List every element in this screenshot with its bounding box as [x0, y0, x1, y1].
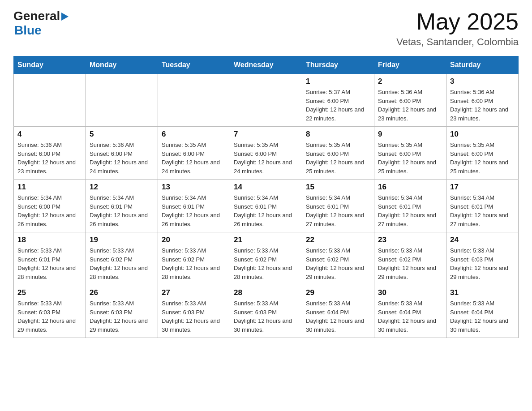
day-number: 6: [162, 130, 226, 139]
calendar-header-row: SundayMondayTuesdayWednesdayThursdayFrid…: [14, 56, 519, 74]
day-number: 24: [450, 235, 515, 244]
day-number: 14: [234, 183, 298, 192]
month-year-title: May 2025: [396, 9, 519, 34]
day-info: Sunrise: 5:36 AM Sunset: 6:00 PM Dayligh…: [450, 88, 515, 123]
day-number: 10: [450, 130, 515, 139]
day-number: 30: [378, 288, 442, 297]
calendar-cell: 25Sunrise: 5:33 AM Sunset: 6:03 PM Dayli…: [14, 285, 86, 338]
calendar-cell: 31Sunrise: 5:33 AM Sunset: 6:04 PM Dayli…: [446, 285, 519, 338]
day-number: 16: [378, 183, 442, 192]
day-info: Sunrise: 5:35 AM Sunset: 6:00 PM Dayligh…: [162, 141, 226, 176]
day-info: Sunrise: 5:33 AM Sunset: 6:02 PM Dayligh…: [306, 246, 370, 281]
title-block: May 2025 Vetas, Santander, Colombia: [396, 9, 519, 48]
calendar-cell: 6Sunrise: 5:35 AM Sunset: 6:00 PM Daylig…: [158, 127, 230, 180]
day-info: Sunrise: 5:33 AM Sunset: 6:03 PM Dayligh…: [234, 299, 298, 334]
calendar-week-3: 11Sunrise: 5:34 AM Sunset: 6:00 PM Dayli…: [14, 180, 519, 232]
calendar-week-2: 4Sunrise: 5:36 AM Sunset: 6:00 PM Daylig…: [14, 127, 519, 180]
day-number: 20: [162, 235, 226, 244]
day-info: Sunrise: 5:36 AM Sunset: 6:00 PM Dayligh…: [378, 88, 442, 123]
calendar-cell: 23Sunrise: 5:33 AM Sunset: 6:02 PM Dayli…: [374, 232, 446, 285]
day-info: Sunrise: 5:35 AM Sunset: 6:00 PM Dayligh…: [306, 141, 370, 176]
day-info: Sunrise: 5:34 AM Sunset: 6:00 PM Dayligh…: [17, 193, 82, 228]
calendar-cell: 14Sunrise: 5:34 AM Sunset: 6:01 PM Dayli…: [230, 180, 302, 232]
calendar-cell: 13Sunrise: 5:34 AM Sunset: 6:01 PM Dayli…: [158, 180, 230, 232]
day-number: 9: [378, 130, 442, 139]
day-number: 3: [450, 77, 515, 86]
calendar-cell: 11Sunrise: 5:34 AM Sunset: 6:00 PM Dayli…: [14, 180, 86, 232]
day-number: 21: [234, 235, 298, 244]
calendar-cell: [158, 74, 230, 127]
day-number: 8: [306, 130, 370, 139]
calendar-cell: 21Sunrise: 5:33 AM Sunset: 6:02 PM Dayli…: [230, 232, 302, 285]
day-number: 4: [17, 130, 82, 139]
day-number: 26: [90, 288, 154, 297]
calendar-cell: 17Sunrise: 5:34 AM Sunset: 6:01 PM Dayli…: [446, 180, 519, 232]
day-info: Sunrise: 5:33 AM Sunset: 6:02 PM Dayligh…: [90, 246, 154, 281]
day-number: 2: [378, 77, 442, 86]
day-number: 31: [450, 288, 515, 297]
day-number: 18: [17, 235, 82, 244]
day-info: Sunrise: 5:34 AM Sunset: 6:01 PM Dayligh…: [90, 193, 154, 228]
logo-triangle-icon: [61, 13, 69, 21]
calendar-week-5: 25Sunrise: 5:33 AM Sunset: 6:03 PM Dayli…: [14, 285, 519, 338]
calendar-cell: 24Sunrise: 5:33 AM Sunset: 6:03 PM Dayli…: [446, 232, 519, 285]
location-subtitle: Vetas, Santander, Colombia: [396, 36, 519, 48]
day-info: Sunrise: 5:33 AM Sunset: 6:03 PM Dayligh…: [90, 299, 154, 334]
day-info: Sunrise: 5:33 AM Sunset: 6:04 PM Dayligh…: [378, 299, 442, 334]
day-info: Sunrise: 5:34 AM Sunset: 6:01 PM Dayligh…: [234, 193, 298, 228]
header-tuesday: Tuesday: [158, 56, 230, 74]
calendar-cell: 1Sunrise: 5:37 AM Sunset: 6:00 PM Daylig…: [302, 74, 374, 127]
logo-general-text: General: [13, 9, 60, 23]
day-info: Sunrise: 5:34 AM Sunset: 6:01 PM Dayligh…: [378, 193, 442, 228]
day-number: 1: [306, 77, 370, 86]
header-wednesday: Wednesday: [230, 56, 302, 74]
day-info: Sunrise: 5:34 AM Sunset: 6:01 PM Dayligh…: [162, 193, 226, 228]
day-info: Sunrise: 5:33 AM Sunset: 6:02 PM Dayligh…: [378, 246, 442, 281]
day-number: 27: [162, 288, 226, 297]
day-number: 25: [17, 288, 82, 297]
calendar-cell: 22Sunrise: 5:33 AM Sunset: 6:02 PM Dayli…: [302, 232, 374, 285]
calendar-cell: 18Sunrise: 5:33 AM Sunset: 6:01 PM Dayli…: [14, 232, 86, 285]
day-info: Sunrise: 5:33 AM Sunset: 6:01 PM Dayligh…: [17, 246, 82, 281]
page-header: General Blue May 2025 Vetas, Santander, …: [13, 9, 519, 48]
calendar-cell: [14, 74, 86, 127]
day-number: 19: [90, 235, 154, 244]
day-number: 5: [90, 130, 154, 139]
calendar-cell: 30Sunrise: 5:33 AM Sunset: 6:04 PM Dayli…: [374, 285, 446, 338]
calendar-cell: 10Sunrise: 5:35 AM Sunset: 6:00 PM Dayli…: [446, 127, 519, 180]
calendar-cell: 26Sunrise: 5:33 AM Sunset: 6:03 PM Dayli…: [86, 285, 158, 338]
calendar-week-1: 1Sunrise: 5:37 AM Sunset: 6:00 PM Daylig…: [14, 74, 519, 127]
calendar-cell: 5Sunrise: 5:36 AM Sunset: 6:00 PM Daylig…: [86, 127, 158, 180]
day-info: Sunrise: 5:35 AM Sunset: 6:00 PM Dayligh…: [450, 141, 515, 176]
day-info: Sunrise: 5:33 AM Sunset: 6:02 PM Dayligh…: [162, 246, 226, 281]
calendar-cell: 8Sunrise: 5:35 AM Sunset: 6:00 PM Daylig…: [302, 127, 374, 180]
day-info: Sunrise: 5:33 AM Sunset: 6:04 PM Dayligh…: [306, 299, 370, 334]
day-info: Sunrise: 5:36 AM Sunset: 6:00 PM Dayligh…: [90, 141, 154, 176]
calendar-cell: 20Sunrise: 5:33 AM Sunset: 6:02 PM Dayli…: [158, 232, 230, 285]
calendar-cell: [86, 74, 158, 127]
logo-blue-text: Blue: [13, 23, 42, 38]
calendar-cell: 16Sunrise: 5:34 AM Sunset: 6:01 PM Dayli…: [374, 180, 446, 232]
day-number: 15: [306, 183, 370, 192]
day-info: Sunrise: 5:34 AM Sunset: 6:01 PM Dayligh…: [306, 193, 370, 228]
day-info: Sunrise: 5:33 AM Sunset: 6:03 PM Dayligh…: [450, 246, 515, 281]
day-info: Sunrise: 5:35 AM Sunset: 6:00 PM Dayligh…: [234, 141, 298, 176]
logo: General Blue: [13, 9, 69, 38]
day-info: Sunrise: 5:33 AM Sunset: 6:02 PM Dayligh…: [234, 246, 298, 281]
header-friday: Friday: [374, 56, 446, 74]
calendar-cell: 28Sunrise: 5:33 AM Sunset: 6:03 PM Dayli…: [230, 285, 302, 338]
day-number: 29: [306, 288, 370, 297]
day-number: 28: [234, 288, 298, 297]
header-saturday: Saturday: [446, 56, 519, 74]
day-number: 7: [234, 130, 298, 139]
calendar-cell: 2Sunrise: 5:36 AM Sunset: 6:00 PM Daylig…: [374, 74, 446, 127]
calendar-cell: 15Sunrise: 5:34 AM Sunset: 6:01 PM Dayli…: [302, 180, 374, 232]
calendar-cell: 4Sunrise: 5:36 AM Sunset: 6:00 PM Daylig…: [14, 127, 86, 180]
day-number: 13: [162, 183, 226, 192]
day-info: Sunrise: 5:33 AM Sunset: 6:03 PM Dayligh…: [162, 299, 226, 334]
day-info: Sunrise: 5:37 AM Sunset: 6:00 PM Dayligh…: [306, 88, 370, 123]
header-monday: Monday: [86, 56, 158, 74]
calendar-cell: 12Sunrise: 5:34 AM Sunset: 6:01 PM Dayli…: [86, 180, 158, 232]
calendar-table: SundayMondayTuesdayWednesdayThursdayFrid…: [13, 56, 519, 338]
day-info: Sunrise: 5:35 AM Sunset: 6:00 PM Dayligh…: [378, 141, 442, 176]
